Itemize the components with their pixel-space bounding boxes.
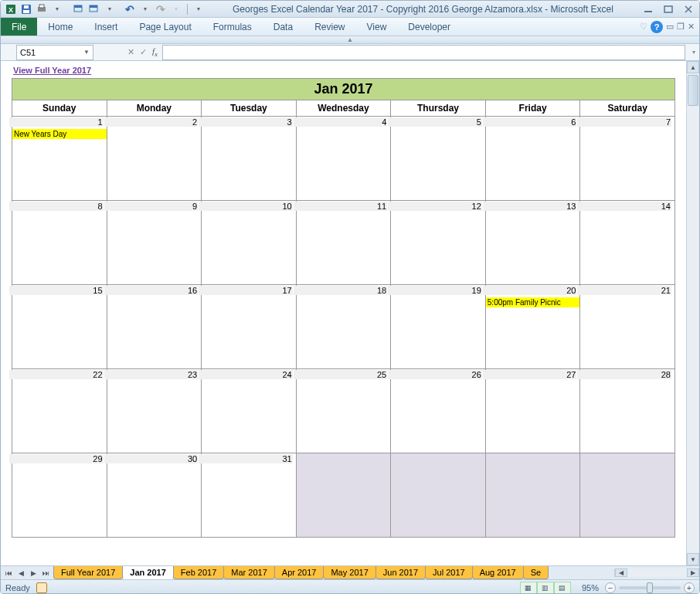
find-select-icon[interactable] [87, 2, 101, 16]
calendar-cell[interactable]: 11 [296, 201, 391, 285]
close-icon[interactable] [681, 4, 696, 15]
namebox-dropdown-icon[interactable]: ▼ [83, 49, 90, 56]
sheet-tab[interactable]: Jul 2017 [425, 566, 473, 579]
calendar-cell[interactable]: 9 [107, 201, 202, 285]
calendar-cell[interactable]: 28 [580, 369, 675, 453]
sheet-tab[interactable]: Apr 2017 [274, 566, 325, 579]
name-box[interactable]: C51 ▼ [16, 45, 93, 60]
calendar-cell[interactable]: 2 [107, 117, 202, 201]
calendar-cell[interactable]: 15 [12, 285, 107, 369]
calendar-cell[interactable]: 26 [391, 369, 486, 453]
sheet-tab[interactable]: Jun 2017 [375, 566, 426, 579]
ribbon-tab-view[interactable]: View [356, 19, 398, 36]
zoom-level[interactable]: 95% [579, 583, 602, 592]
horizontal-scrollbar[interactable]: ◀ ▶ [614, 569, 699, 577]
zoom-thumb[interactable] [647, 582, 653, 593]
qat-dropdown-icon[interactable]: ▼ [50, 2, 64, 16]
calendar-cell[interactable]: 30 [107, 453, 202, 538]
calendar-cell[interactable]: 16 [107, 285, 202, 369]
print-preview-icon[interactable] [35, 2, 49, 16]
vscroll-thumb[interactable] [688, 75, 698, 106]
calendar-cell[interactable]: 6 [485, 117, 580, 201]
calendar-cell[interactable]: 13 [485, 201, 580, 285]
page-break-view-icon[interactable]: ▤ [554, 582, 571, 594]
maximize-icon[interactable] [661, 4, 676, 15]
calendar-cell[interactable]: 4 [296, 117, 391, 201]
calendar-cell[interactable]: 205:00pm Family Picnic [485, 285, 580, 369]
qat-dropdown2-icon[interactable]: ▼ [103, 2, 117, 16]
formula-enter-icon[interactable]: ✓ [137, 47, 149, 57]
calendar-event[interactable]: 5:00pm Family Picnic [486, 297, 580, 307]
calendar-cell[interactable]: 24 [202, 369, 297, 453]
formula-input[interactable] [162, 45, 685, 60]
calendar-cell[interactable]: 19 [391, 285, 486, 369]
find-icon[interactable] [72, 2, 86, 16]
ribbon-tab-developer[interactable]: Developer [397, 19, 461, 36]
calendar-cell[interactable] [296, 453, 391, 538]
fx-icon[interactable]: fx [152, 46, 158, 58]
calendar-cell[interactable]: 1New Years Day [12, 117, 107, 201]
sheet-content[interactable]: View Full Year 2017 Jan 2017 SundayMonda… [1, 61, 686, 565]
calendar-cell[interactable]: 3 [202, 117, 297, 201]
calendar-cell[interactable]: 5 [391, 117, 486, 201]
help-icon[interactable]: ? [651, 21, 663, 33]
ribbon-tab-review[interactable]: Review [304, 19, 355, 36]
page-layout-view-icon[interactable]: ▥ [537, 582, 554, 594]
calendar-cell[interactable]: 27 [485, 369, 580, 453]
zoom-out-icon[interactable]: − [605, 582, 616, 593]
calendar-cell[interactable]: 10 [202, 201, 297, 285]
tab-next-icon[interactable]: ▶ [27, 567, 39, 579]
workbook-close-icon[interactable]: ✕ [688, 22, 695, 32]
ribbon-restore-icon[interactable]: ❐ [677, 22, 685, 32]
calendar-cell[interactable] [391, 453, 486, 538]
tab-first-icon[interactable]: ⏮ [2, 567, 15, 579]
excel-icon[interactable]: X [4, 2, 18, 16]
calendar-cell[interactable]: 25 [296, 369, 391, 453]
calendar-cell[interactable]: 17 [202, 285, 297, 369]
undo-dropdown-icon[interactable]: ▼ [138, 2, 152, 16]
vscroll-track[interactable] [687, 107, 699, 553]
ribbon-minimize-icon[interactable]: ▭ [666, 22, 674, 32]
undo-icon[interactable]: ↶ [123, 2, 137, 16]
formula-cancel-icon[interactable]: ✕ [124, 47, 137, 57]
scroll-right-icon[interactable]: ▶ [687, 569, 699, 577]
normal-view-icon[interactable]: ▦ [520, 582, 537, 594]
calendar-cell[interactable]: 31 [202, 453, 297, 538]
ribbon-tab-home[interactable]: Home [37, 19, 83, 36]
calendar-cell[interactable]: 21 [580, 285, 675, 369]
tab-prev-icon[interactable]: ◀ [15, 567, 27, 579]
vertical-scrollbar[interactable]: ▲ ▼ [686, 61, 699, 565]
formula-expand-icon[interactable]: ▾ [688, 49, 699, 56]
calendar-cell[interactable]: 7 [580, 117, 675, 201]
ribbon-collapse-bar[interactable]: ▲ [1, 36, 699, 44]
calendar-cell[interactable] [485, 453, 580, 538]
ribbon-tab-formulas[interactable]: Formulas [202, 19, 263, 36]
ribbon-tab-data[interactable]: Data [263, 19, 304, 36]
calendar-cell[interactable]: 23 [107, 369, 202, 453]
scroll-left-icon[interactable]: ◀ [615, 569, 627, 577]
calendar-cell[interactable]: 14 [580, 201, 675, 285]
sheet-tab[interactable]: Se [523, 566, 549, 579]
calendar-cell[interactable] [580, 453, 675, 538]
sheet-tab[interactable]: May 2017 [323, 566, 375, 579]
macro-record-icon[interactable] [36, 582, 47, 593]
save-icon[interactable] [19, 2, 33, 16]
scroll-up-icon[interactable]: ▲ [687, 61, 699, 73]
hscroll-track[interactable] [627, 569, 687, 577]
view-full-year-link[interactable]: View Full Year 2017 [12, 64, 675, 78]
sheet-tab[interactable]: Full Year 2017 [53, 566, 123, 579]
redo-icon[interactable]: ↷ [154, 2, 168, 16]
calendar-cell[interactable]: 29 [12, 453, 107, 538]
calendar-cell[interactable]: 8 [12, 201, 107, 285]
scroll-down-icon[interactable]: ▼ [687, 553, 699, 565]
sheet-tab[interactable]: Aug 2017 [472, 566, 524, 579]
redo-dropdown-icon[interactable]: ▼ [169, 2, 183, 16]
calendar-cell[interactable]: 12 [391, 201, 486, 285]
sheet-tab[interactable]: Mar 2017 [223, 566, 274, 579]
ribbon-tab-insert[interactable]: Insert [83, 19, 128, 36]
sheet-tab[interactable]: Feb 2017 [173, 566, 224, 579]
qat-customize-icon[interactable]: ▼ [192, 2, 206, 16]
file-tab[interactable]: File [1, 18, 37, 36]
tab-last-icon[interactable]: ⏭ [39, 567, 52, 579]
sheet-tab[interactable]: Jan 2017 [122, 566, 173, 579]
